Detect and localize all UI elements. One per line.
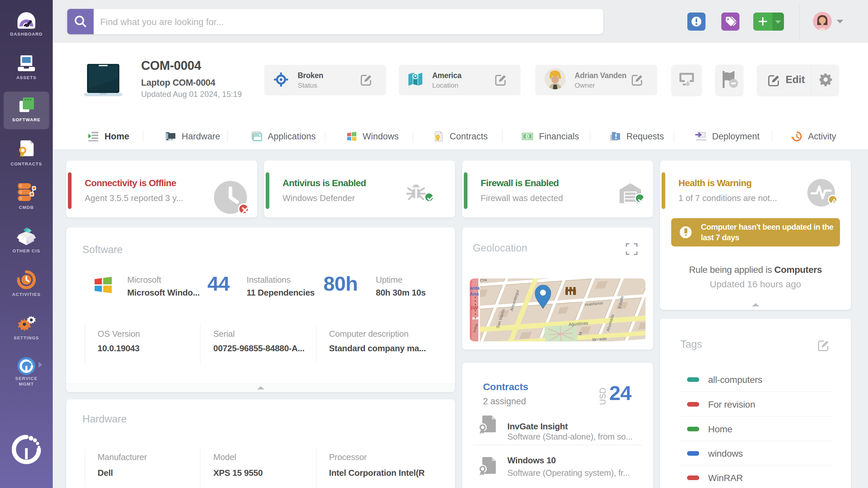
svg-text:anta: anta xyxy=(470,285,480,291)
svg-text:Moneda: Moneda xyxy=(592,336,607,341)
svg-text:Ana: Ana xyxy=(470,291,479,297)
svg-text:1W: 1W xyxy=(470,305,478,311)
svg-text:$: $ xyxy=(526,135,528,138)
